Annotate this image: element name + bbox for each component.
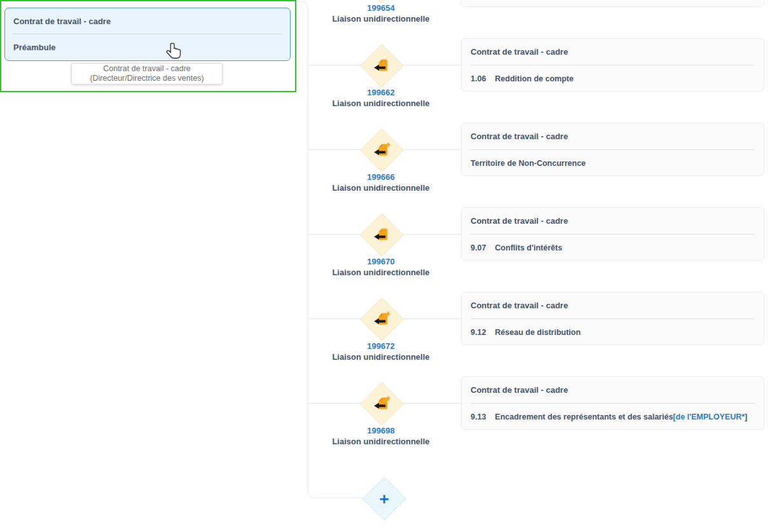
file-arrow-left-icon	[373, 142, 390, 158]
linked-card-title: Contrat de travail - cadre	[462, 39, 764, 65]
source-document-section[interactable]: Préambule	[5, 34, 290, 60]
file-arrow-left-icon	[373, 395, 390, 412]
item-field-link[interactable]: [de l'EMPLOYEUR*	[673, 413, 745, 421]
source-document-section-label: Préambule	[13, 43, 55, 52]
item-title: Réseau de distribution	[495, 328, 581, 337]
linked-card[interactable]: Contrat de travail - cadre Territoire de…	[461, 123, 764, 176]
linked-card[interactable]	[461, 0, 764, 7]
linked-card[interactable]: Contrat de travail - cadre 1.06Reddition…	[461, 38, 764, 92]
plus-icon: +	[379, 490, 389, 507]
item-number: 1.06	[471, 74, 486, 83]
liaison-id-link[interactable]: 199662	[311, 88, 451, 97]
source-document-title[interactable]: Contrat de travail - cadre	[5, 8, 290, 34]
linked-card-title: Contrat de travail - cadre	[462, 123, 764, 149]
file-arrow-left-icon	[373, 311, 390, 327]
liaison-type-label: Liaison unidirectionnelle	[311, 268, 451, 277]
item-number: 9.12	[471, 328, 486, 337]
linked-card-item: Territoire de Non-Concurrence	[462, 150, 764, 176]
item-suffix: ]	[745, 413, 747, 421]
item-title: Conflits d'intérêts	[495, 243, 562, 252]
liaison-id-link[interactable]: 199670	[311, 257, 451, 266]
item-title: Reddition de compte	[495, 74, 574, 83]
linked-card[interactable]: Contrat de travail - cadre 9.12Réseau de…	[461, 292, 764, 345]
linked-card-item: 1.06Reddition de compte	[462, 65, 764, 92]
linked-card-item: 9.12Réseau de distribution	[462, 319, 764, 345]
source-document-title-label: Contrat de travail - cadre	[13, 17, 111, 26]
liaison-type-label: Liaison unidirectionnelle	[311, 437, 451, 446]
linked-card-item	[462, 0, 764, 7]
linked-card-item: 9.07Conflits d'intérêts	[462, 235, 764, 261]
tooltip-line2: (Directeur/Directrice des ventes)	[74, 74, 219, 83]
liaison-type-label: Liaison unidirectionnelle	[311, 183, 451, 193]
item-number: 9.13	[471, 413, 486, 421]
file-arrow-left-icon	[373, 226, 390, 243]
file-arrow-left-icon	[373, 57, 390, 74]
liaison-id-link[interactable]: 199666	[311, 172, 451, 182]
liaison-id-link[interactable]: 199698	[311, 426, 451, 435]
linked-card[interactable]: Contrat de travail - cadre 9.07Conflits …	[461, 207, 764, 261]
liaison-id-link[interactable]: 199672	[311, 341, 451, 351]
liaison-type-label: Liaison unidirectionnelle	[311, 14, 451, 24]
liaison-id-link[interactable]: 199654	[311, 3, 451, 13]
item-title: Territoire de Non-Concurrence	[471, 159, 586, 168]
linked-card-title: Contrat de travail - cadre	[462, 208, 764, 234]
liaison-type-label: Liaison unidirectionnelle	[311, 99, 451, 108]
source-document-panel: Contrat de travail - cadre Préambule	[4, 8, 291, 61]
linked-card-title: Contrat de travail - cadre	[462, 292, 764, 318]
item-title: Encadrement des représentants et des sal…	[495, 413, 673, 421]
item-number: 9.07	[471, 243, 486, 252]
liaison-type-label: Liaison unidirectionnelle	[311, 352, 451, 362]
linked-card-item: 9.13Encadrement des représentants et des…	[462, 404, 764, 430]
liaison-flow-page: 199654 Liaison unidirectionnelle Contrat…	[0, 0, 772, 532]
linked-card-title: Contrat de travail - cadre	[462, 377, 764, 403]
tooltip: Contrat de travail - cadre (Directeur/Di…	[71, 63, 223, 85]
linked-card[interactable]: Contrat de travail - cadre 9.13Encadreme…	[461, 376, 764, 430]
cursor-pointer-icon	[166, 42, 183, 61]
tooltip-line1: Contrat de travail - cadre	[74, 64, 219, 74]
